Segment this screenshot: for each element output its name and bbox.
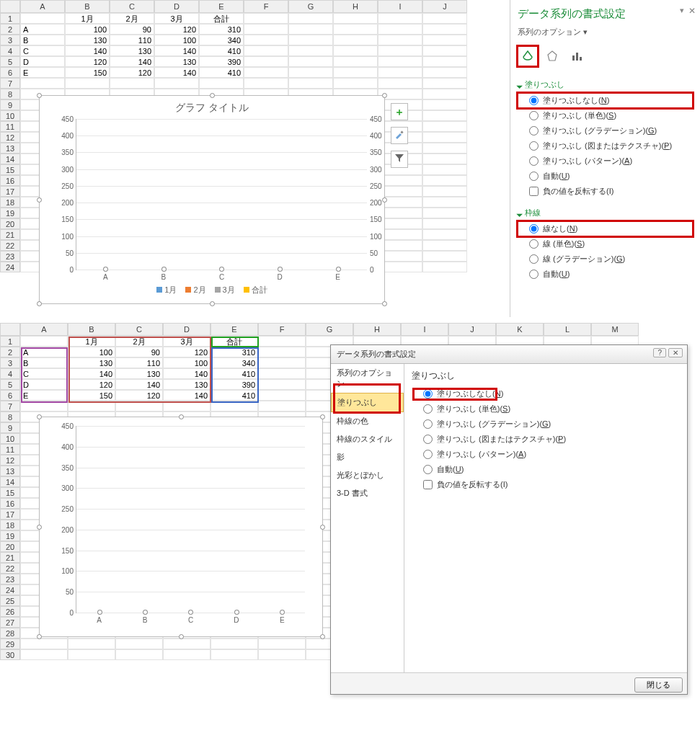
fill-option[interactable]: 塗りつぶし (パターン)(A)	[412, 447, 680, 462]
row-header[interactable]: 24	[0, 584, 20, 595]
chart-top[interactable]: グラフ タイトル 0050501001001501502002002502503…	[39, 95, 385, 304]
fill-option[interactable]: 塗りつぶし (パターン)(A)	[518, 154, 693, 169]
cell[interactable]	[422, 251, 467, 262]
cell[interactable]: 130	[115, 368, 163, 379]
row-header[interactable]: 27	[0, 617, 20, 628]
cell[interactable]	[422, 13, 467, 24]
col-header[interactable]: J	[422, 0, 467, 13]
cell[interactable]	[333, 24, 378, 35]
cell[interactable]	[422, 24, 467, 35]
row-header[interactable]: 18	[0, 197, 20, 208]
cell[interactable]: 410	[199, 45, 244, 56]
row-header[interactable]: 23	[0, 574, 20, 584]
col-header[interactable]: G	[306, 323, 353, 336]
row-header[interactable]: 25	[0, 595, 20, 606]
chart-styles-button[interactable]	[391, 127, 408, 144]
cell[interactable]	[258, 401, 306, 411]
row-header[interactable]: 4	[0, 45, 20, 56]
fill-option[interactable]: 塗りつぶしなし(N)	[412, 386, 680, 401]
row-header[interactable]: 19	[0, 208, 20, 218]
row-header[interactable]: 21	[0, 229, 20, 240]
col-header[interactable]: B	[68, 323, 115, 336]
cell[interactable]	[333, 35, 378, 45]
row-header[interactable]: 10	[0, 433, 20, 444]
cell[interactable]	[163, 649, 211, 660]
close-icon[interactable]: ✕	[668, 348, 683, 357]
row-header[interactable]: 5	[0, 379, 20, 390]
col-header[interactable]: C	[110, 0, 154, 13]
row-header[interactable]: 3	[0, 35, 20, 45]
dialog-nav-item[interactable]: 3-D 書式	[331, 484, 404, 502]
cell[interactable]: 130	[163, 379, 211, 390]
dialog-nav-item[interactable]: 枠線のスタイル	[331, 430, 404, 448]
cell[interactable]: 150	[65, 67, 110, 78]
cell[interactable]	[422, 218, 467, 229]
row-header[interactable]: 16	[0, 498, 20, 509]
cell[interactable]	[115, 401, 163, 411]
cell[interactable]: C	[20, 45, 65, 56]
fill-option[interactable]: 自動(U)	[518, 169, 693, 184]
row-header[interactable]: 4	[0, 368, 20, 379]
row-header[interactable]: 14	[0, 476, 20, 487]
cell[interactable]	[378, 67, 422, 78]
cell[interactable]: 120	[154, 24, 199, 35]
close-icon[interactable]: ✕	[688, 6, 696, 16]
cell[interactable]	[422, 89, 467, 99]
cell[interactable]	[115, 639, 163, 649]
cell[interactable]	[422, 35, 467, 45]
row-header[interactable]: 20	[0, 541, 20, 552]
cell[interactable]: 410	[211, 368, 258, 379]
cell[interactable]: 100	[65, 24, 110, 35]
cell[interactable]	[244, 45, 288, 56]
fill-option[interactable]: 塗りつぶし (図またはテクスチャ)(P)	[412, 432, 680, 447]
cell[interactable]	[244, 24, 288, 35]
cell[interactable]: E	[20, 390, 68, 401]
cell[interactable]	[288, 56, 333, 67]
format-dialog[interactable]: データ系列の書式設定 ?✕ 系列のオプション塗りつぶし枠線の色枠線のスタイル影光…	[330, 344, 688, 695]
cell[interactable]	[378, 13, 422, 24]
cell[interactable]	[20, 13, 65, 24]
col-header[interactable]: L	[544, 323, 591, 336]
cell[interactable]: 100	[154, 35, 199, 45]
dialog-nav-item[interactable]: 影	[331, 448, 404, 466]
cell[interactable]: 410	[211, 390, 258, 401]
cell[interactable]: 120	[115, 390, 163, 401]
row-header[interactable]: 22	[0, 240, 20, 251]
cell[interactable]: D	[20, 379, 68, 390]
row-header[interactable]: 2	[0, 24, 20, 35]
row-header[interactable]: 14	[0, 154, 20, 164]
row-header[interactable]: 12	[0, 455, 20, 466]
fill-option[interactable]: 塗りつぶしなし(N)	[518, 93, 693, 108]
cell[interactable]	[288, 35, 333, 45]
cell[interactable]: 90	[110, 24, 154, 35]
cell[interactable]: 130	[65, 35, 110, 45]
cell[interactable]	[378, 35, 422, 45]
cell[interactable]	[422, 262, 467, 272]
col-header[interactable]: A	[20, 0, 65, 13]
cell[interactable]	[211, 401, 258, 411]
cell[interactable]: 410	[199, 67, 244, 78]
cell[interactable]	[211, 639, 258, 649]
cell[interactable]	[422, 154, 467, 164]
cell[interactable]: 100	[163, 357, 211, 368]
cell[interactable]: 2月	[115, 336, 163, 347]
cell[interactable]	[422, 208, 467, 218]
cell[interactable]: 1月	[65, 13, 110, 24]
row-header[interactable]: 15	[0, 164, 20, 175]
cell[interactable]	[422, 56, 467, 67]
row-header[interactable]: 6	[0, 390, 20, 401]
fill-option[interactable]: 塗りつぶし (単色)(S)	[412, 401, 680, 417]
cell[interactable]	[422, 229, 467, 240]
pin-icon[interactable]: ▾	[680, 6, 684, 15]
col-header[interactable]: I	[378, 0, 422, 13]
row-header[interactable]: 1	[0, 336, 20, 347]
cell[interactable]: 3月	[163, 336, 211, 347]
cell[interactable]	[422, 121, 467, 132]
cell[interactable]: D	[20, 56, 65, 67]
cell[interactable]	[68, 401, 115, 411]
cell[interactable]	[333, 56, 378, 67]
series-options-tab[interactable]	[567, 46, 587, 66]
chart-plot[interactable]: 0050501001001501502002002502503003003503…	[76, 119, 367, 270]
row-header[interactable]: 5	[0, 56, 20, 67]
cell[interactable]: 3月	[154, 13, 199, 24]
